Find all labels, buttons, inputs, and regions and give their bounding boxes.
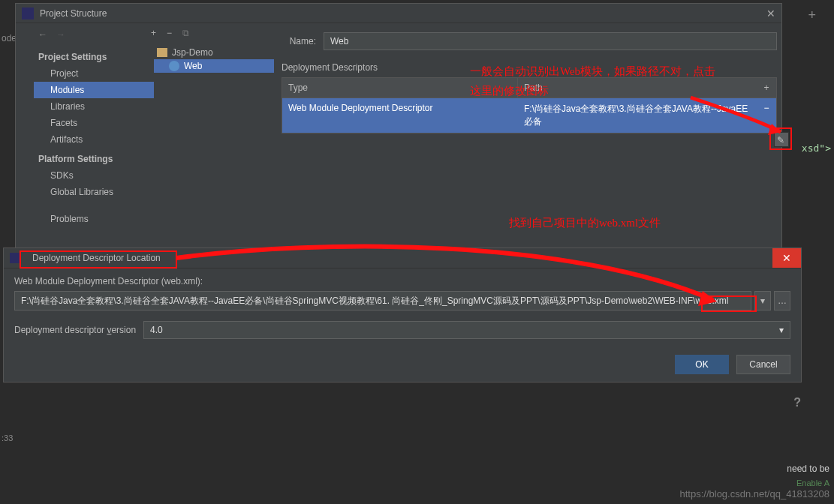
chevron-down-icon: ▾ [779, 325, 784, 335]
name-field[interactable] [324, 32, 777, 50]
version-label: Deployment descriptor version [14, 325, 136, 335]
sidebar-item-global-libraries[interactable]: Global Libraries [34, 184, 154, 200]
annotation-box-edit [769, 128, 792, 150]
add-button[interactable]: + [151, 28, 156, 38]
dialog-title: Project Structure [40, 8, 107, 19]
table-add-button[interactable]: + [757, 78, 776, 98]
subdialog-close-button[interactable]: ✕ [772, 248, 801, 268]
annotation-box-webxml [701, 296, 757, 312]
folder-icon [157, 48, 167, 57]
annotation-text-1: 一般会自动识别出Web模块，如果路径不对，点击 [470, 64, 715, 79]
table-row[interactable]: Web Module Deployment Descriptor F:\尚硅谷J… [282, 98, 776, 133]
tree-label: Jsp-Demo [172, 47, 213, 58]
help-button[interactable]: ? [793, 396, 801, 410]
app-icon [10, 253, 20, 263]
sidebar-item-modules[interactable]: Modules [34, 82, 154, 98]
descriptor-path-label: Web Module Deployment Descriptor (web.xm… [14, 276, 790, 286]
version-value: 4.0 [150, 325, 163, 335]
tree-item-web[interactable]: Web [154, 59, 274, 73]
version-select[interactable]: 4.0 ▾ [143, 321, 790, 339]
name-label: Name: [282, 36, 316, 46]
tree-toolbar: + − ⧉ [151, 28, 189, 38]
remove-button[interactable]: − [167, 28, 172, 38]
nav-bar: ← → [38, 29, 65, 40]
ok-button[interactable]: OK [675, 355, 729, 374]
enable-link[interactable]: Enable A [796, 478, 829, 488]
web-icon [169, 61, 179, 71]
row-type: Web Module Deployment Descriptor [282, 98, 518, 133]
browse-button[interactable]: … [774, 291, 790, 310]
tree-item-root[interactable]: Jsp-Demo [154, 46, 274, 59]
new-tab-button[interactable]: + [808, 8, 816, 23]
descriptor-path-field[interactable] [14, 291, 751, 310]
row-path: F:\尚硅谷Java全套教程\3.尚硅谷全套JAVA教程--JavaEE必备 [518, 98, 757, 133]
sidebar-item-artifacts[interactable]: Artifacts [34, 131, 154, 148]
sidebar-item-facets[interactable]: Facets [34, 115, 154, 131]
watermark: https://blog.csdn.net/qq_41813208 [680, 488, 830, 500]
back-button[interactable]: ← [38, 29, 47, 40]
sidebar-heading-project: Project Settings [38, 52, 149, 62]
app-icon [22, 8, 34, 20]
close-icon[interactable]: ✕ [766, 8, 775, 20]
ide-statusbar-time: :33 [2, 434, 13, 442]
sidebar-item-problems[interactable]: Problems [34, 211, 154, 227]
tree-label: Web [184, 61, 202, 71]
settings-sidebar: Project Settings Project Modules Librari… [34, 46, 154, 227]
annotation-box-title [20, 250, 177, 268]
sidebar-item-project[interactable]: Project [34, 65, 154, 82]
module-tree: Jsp-Demo Web [154, 46, 274, 73]
annotation-text-2: 这里的修改图标 [470, 84, 549, 98]
annotation-text-3: 找到自己项目中的web.xml文件 [509, 216, 661, 230]
editor-fragment: xsd"> [802, 142, 831, 154]
cancel-button[interactable]: Cancel [736, 355, 790, 374]
banner-text: need to be [787, 464, 829, 474]
copy-button[interactable]: ⧉ [182, 28, 189, 38]
sidebar-item-libraries[interactable]: Libraries [34, 98, 154, 115]
sidebar-item-sdks[interactable]: SDKs [34, 167, 154, 184]
col-path: Path [518, 78, 757, 98]
forward-button[interactable]: → [56, 29, 65, 40]
titlebar: Project Structure ✕ [16, 4, 781, 23]
sidebar-heading-platform: Platform Settings [38, 154, 149, 164]
path-history-dropdown[interactable]: ▾ [754, 291, 771, 310]
